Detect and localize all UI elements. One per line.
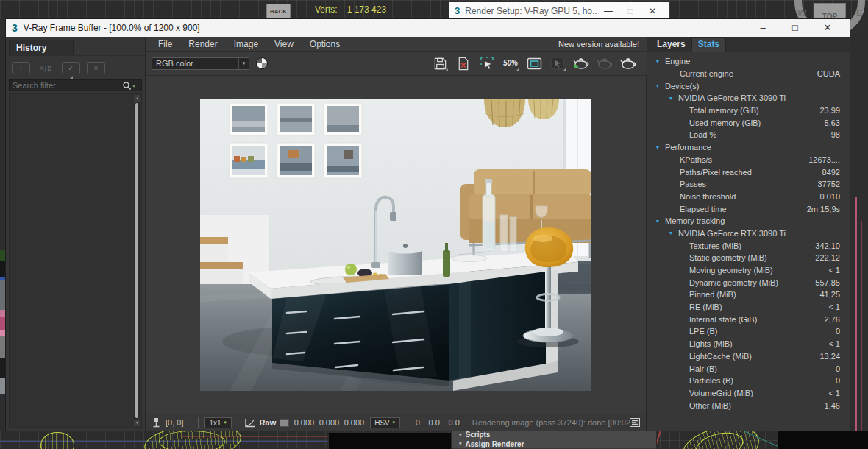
vfb-window: 3 V-Ray Frame Buffer - [100.0% of 1200 x… (6, 19, 850, 431)
viewcube-east-label[interactable]: E (856, 7, 863, 18)
stats-label: Memory tracking (665, 216, 725, 225)
history-list[interactable]: ▴ ▾ (9, 93, 142, 428)
rollout-assign-renderer[interactable]: ▾Assign Renderer (452, 439, 656, 449)
tab-history[interactable]: History (9, 40, 74, 55)
render-disabled-button[interactable] (595, 54, 614, 73)
stats-value: 0 (836, 364, 850, 373)
show-log-icon[interactable] (630, 418, 640, 427)
stats-label: Current engine (680, 69, 733, 78)
stats-value: 2,76 (825, 315, 850, 324)
vray-logo-icon: 3 (12, 22, 18, 34)
tree-collapse-icon[interactable] (654, 219, 661, 224)
history-compare-ab-button[interactable]: A|B (37, 62, 55, 74)
search-filter-dropdown-icon[interactable]: ▾ (132, 82, 141, 89)
follow-mouse-button[interactable] (548, 54, 567, 73)
stats-label: VolumeGrid (MiB) (689, 389, 753, 397)
hsv-value-s: 0.0 (420, 418, 440, 427)
minimize-button[interactable]: – (747, 19, 779, 37)
new-version-notice[interactable]: New version available! (558, 40, 647, 49)
scroll-down-icon[interactable]: ▾ (134, 420, 140, 426)
pixel-coords: [0, 0] (166, 418, 183, 427)
color-curve-icon (244, 418, 255, 428)
zoom-50-button[interactable]: 50% (501, 54, 520, 73)
history-scrollbar[interactable]: ▴ ▾ (134, 95, 140, 426)
toolbar-icons: 50% (430, 54, 641, 73)
viewcube-west-label[interactable]: W (797, 7, 806, 18)
stats-label: KPaths/s (680, 155, 712, 164)
render-setup-titlebar[interactable]: 3 Render Setup: V-Ray GPU 5, ho... — □ ✕ (449, 2, 669, 19)
verts-value: 1 173 423 (347, 4, 386, 15)
tree-collapse-icon[interactable] (654, 59, 661, 64)
menu-render[interactable]: Render (180, 39, 225, 49)
chevron-down-icon (238, 58, 249, 69)
stats-row: LightCache (MiB)13,24 (647, 350, 850, 363)
close-button[interactable]: ✕ (811, 19, 844, 37)
stats-label: Total memory (GiB) (689, 106, 759, 115)
region-render-button[interactable] (477, 54, 497, 73)
history-delete-button[interactable] (87, 62, 105, 74)
maximize-button[interactable]: □ (779, 19, 811, 37)
render-last-button[interactable] (572, 54, 591, 73)
stats-value: < 1 (828, 303, 850, 311)
stats-value: 0 (836, 327, 850, 336)
history-save-button[interactable] (12, 62, 30, 74)
vfb-window-title: V-Ray Frame Buffer - [100.0% of 1200 x 9… (24, 23, 200, 33)
chevron-down-icon: ▾ (459, 432, 462, 438)
stats-label: Static geometry (MiB) (689, 253, 767, 262)
minimize-button[interactable]: — (597, 6, 619, 16)
pixel-probe-pin-icon[interactable] (152, 417, 161, 428)
stats-label: NVIDIA GeForce RTX 3090 Ti (678, 229, 786, 238)
stats-label: NVIDIA GeForce RTX 3090 Ti (678, 93, 786, 102)
stats-label: Passes (680, 180, 706, 188)
tree-collapse-icon[interactable] (654, 83, 661, 88)
stats-row: NVIDIA GeForce RTX 3090 Ti (647, 227, 850, 240)
menu-image[interactable]: Image (226, 39, 266, 49)
hsv-value-h: 0 (400, 418, 420, 427)
tree-collapse-icon[interactable] (667, 230, 675, 236)
max-viewport-bottom: ▾Scripts ▾Assign Renderer (0, 431, 868, 449)
history-load-button[interactable] (62, 62, 80, 74)
pixel-ratio-select[interactable]: 1x1 (204, 417, 231, 428)
channel-select[interactable]: RGB color (152, 57, 249, 70)
stats-row: VolumeGrid (MiB)< 1 (647, 387, 850, 400)
stats-value: 37752 (817, 180, 850, 188)
vfb-statusbar: [0, 0] 1x1 Raw 0.000 0.000 0.000 HSV 0 0… (146, 414, 647, 431)
tree-collapse-icon[interactable] (667, 96, 675, 101)
verts-label: Verts: (315, 4, 338, 15)
stats-row: Device(s) (647, 79, 850, 92)
tab-stats[interactable]: Stats (691, 37, 726, 52)
force-color-clamping-icon[interactable] (256, 57, 268, 69)
stats-value: 41,25 (819, 290, 850, 299)
close-button[interactable]: ✕ (641, 6, 664, 16)
back-button[interactable]: BACK (266, 4, 291, 19)
scrollbar-thumb[interactable] (135, 103, 138, 418)
stats-label: Engine (665, 57, 690, 66)
search-input[interactable] (10, 81, 122, 90)
show-border-button[interactable] (524, 54, 544, 73)
hsv-value-v: 0.0 (440, 418, 460, 427)
color-mode-select[interactable]: HSV (370, 417, 400, 428)
vfb-titlebar[interactable]: 3 V-Ray Frame Buffer - [100.0% of 1200 x… (6, 19, 850, 37)
menu-file[interactable]: File (150, 39, 180, 49)
stats-value: CUDA (817, 69, 850, 78)
chevron-down-icon (221, 418, 230, 428)
stats-row: Particles (B)0 (647, 375, 850, 387)
menu-options[interactable]: Options (302, 39, 348, 49)
maximize-button[interactable]: □ (619, 6, 641, 16)
stats-row: Engine (647, 55, 850, 68)
menu-view[interactable]: View (266, 39, 302, 49)
dropdown-corner-icon (69, 76, 73, 79)
stats-row: KPaths/s12673.... (647, 154, 850, 166)
background-ui-sliver (0, 250, 6, 401)
save-button[interactable] (430, 54, 449, 73)
stats-label: Device(s) (665, 82, 699, 91)
tree-collapse-icon[interactable] (654, 145, 661, 150)
scroll-up-icon[interactable]: ▴ (134, 95, 140, 102)
clear-image-button[interactable] (454, 54, 473, 73)
vfb-canvas[interactable] (146, 76, 647, 414)
stats-label: Moving geometry (MiB) (689, 266, 773, 275)
render-button[interactable] (619, 54, 638, 73)
rollout-scripts[interactable]: ▾Scripts (452, 431, 656, 439)
tab-layers[interactable]: Layers (651, 38, 691, 52)
viewport-dark-area (778, 431, 868, 449)
